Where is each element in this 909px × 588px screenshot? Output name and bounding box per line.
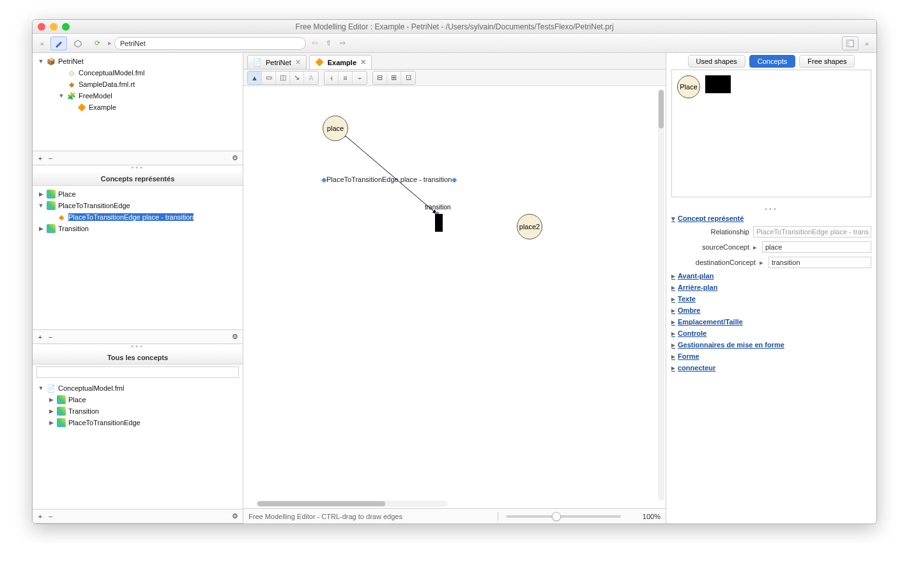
chevron-right-icon[interactable]: ▸ <box>671 306 675 315</box>
align-right-button[interactable]: ⫟ <box>353 72 367 84</box>
add-button[interactable]: + <box>35 155 45 162</box>
close-tab-icon[interactable]: ✕ <box>295 58 301 66</box>
minimize-window-button[interactable] <box>50 23 57 31</box>
align-left-button[interactable]: ⫞ <box>325 72 339 84</box>
section-forme[interactable]: ▸Forme <box>671 351 871 362</box>
add-button[interactable]: + <box>35 333 45 341</box>
section-concept-represente[interactable]: ▾Concept représenté <box>671 213 871 224</box>
pointer-tool-button[interactable]: ▲ <box>248 72 262 84</box>
concept-model-root[interactable]: ▼📄ConceptualModel.fml <box>35 382 240 394</box>
tab-petrinet[interactable]: 📄 PetriNet ✕ <box>247 55 307 69</box>
edit-tool-icon[interactable] <box>50 36 67 50</box>
tree-row[interactable]: ◆SampleData.fml.rt <box>35 79 240 90</box>
palette-body[interactable]: Place <box>671 70 871 197</box>
nav-up-button[interactable]: ⇧ <box>323 38 334 49</box>
chevron-right-icon[interactable]: ▸ <box>671 341 675 349</box>
palette-item-place[interactable]: Place <box>677 75 700 98</box>
remove-button[interactable]: − <box>45 333 56 341</box>
marquee-tool-button[interactable]: ◫ <box>276 72 290 84</box>
concepts-search-input[interactable] <box>36 366 239 378</box>
box-tool-icon[interactable] <box>70 36 86 50</box>
chevron-right-icon[interactable]: ▸ <box>671 295 675 303</box>
chevron-right-icon[interactable]: ▸ <box>671 329 675 338</box>
node-place[interactable]: place <box>323 116 348 141</box>
add-button[interactable]: + <box>35 513 45 520</box>
panel-grip[interactable]: ••• <box>33 165 243 172</box>
concept-row[interactable]: ▶PlaceToTransitionEdge <box>35 417 240 428</box>
scrollbar-thumb[interactable] <box>257 501 385 506</box>
tree-row-project[interactable]: ▼ 📦 PetriNet <box>35 56 240 67</box>
refresh-icon[interactable]: ⟳ <box>89 36 105 50</box>
canvas-viewport[interactable]: place transition place2 ◆PlaceToTransiti… <box>243 86 666 508</box>
horizontal-scrollbar[interactable] <box>256 501 448 507</box>
concept-row-edge-instance[interactable]: PlaceToTransitionEdge place - transition <box>35 211 240 223</box>
breadcrumb-field[interactable]: PetriNet <box>114 37 306 50</box>
gear-icon[interactable]: ⚙ <box>230 512 240 520</box>
connector-tool-button[interactable]: ↘ <box>290 72 304 84</box>
remove-button[interactable]: − <box>45 513 56 520</box>
expand-right-button[interactable]: » <box>861 38 873 49</box>
palette-item-transition[interactable] <box>705 75 731 93</box>
properties-grip[interactable]: ••• <box>666 205 876 211</box>
concept-row[interactable]: ▶Transition <box>35 405 240 417</box>
slider-knob[interactable] <box>552 512 561 521</box>
gear-icon[interactable]: ⚙ <box>230 154 240 162</box>
gear-icon[interactable]: ⚙ <box>230 333 240 341</box>
close-window-button[interactable] <box>38 23 45 31</box>
project-tree-body[interactable]: ▼ 📦 PetriNet ◇ConceptualModel.fml ◆Sampl… <box>33 53 243 151</box>
destination-concept-field[interactable]: transition <box>768 257 871 268</box>
chevron-right-icon[interactable]: ▶ <box>48 408 54 414</box>
concept-row-place[interactable]: ▶Place <box>35 188 240 200</box>
tree-row[interactable]: ◇ConceptualModel.fml <box>35 67 240 79</box>
represented-concepts-body[interactable]: ▶Place ▼PlaceToTransitionEdge PlaceToTra… <box>33 186 243 330</box>
concept-row-edge[interactable]: ▼PlaceToTransitionEdge <box>35 200 240 211</box>
section-ombre[interactable]: ▸Ombre <box>671 305 871 316</box>
chevron-right-icon[interactable]: ▸ <box>671 272 675 280</box>
chevron-right-icon[interactable]: ▸ <box>671 283 675 292</box>
palette-tab-concepts[interactable]: Concepts <box>749 55 795 68</box>
zoom-slider[interactable] <box>506 515 621 518</box>
vertical-scrollbar[interactable] <box>658 89 664 501</box>
all-concepts-body[interactable]: ▼📄ConceptualModel.fml ▶Place ▶Transition… <box>33 380 243 509</box>
relationship-field[interactable]: PlaceToTransitionEdge place - trans <box>753 226 871 237</box>
section-texte[interactable]: ▸Texte <box>671 293 871 305</box>
chevron-right-icon[interactable]: ▸ <box>671 364 675 372</box>
distribute-center-button[interactable]: ⊞ <box>387 72 401 84</box>
palette-tab-free[interactable]: Free shapes <box>799 55 855 68</box>
palette-tab-used[interactable]: Used shapes <box>688 55 745 68</box>
perspective-icon[interactable] <box>842 36 859 50</box>
collapse-sidebar-button[interactable]: « <box>36 38 48 49</box>
section-controle[interactable]: ▸Controle <box>671 328 871 339</box>
chevron-right-icon[interactable]: ▸ <box>671 318 675 326</box>
panel-grip[interactable]: ••• <box>33 344 243 351</box>
remove-button[interactable]: − <box>45 155 56 162</box>
rect-select-tool-button[interactable]: ▭ <box>262 72 276 84</box>
chevron-right-icon[interactable]: ▶ <box>38 225 44 232</box>
distribute-h-button[interactable]: ⊟ <box>373 72 387 84</box>
diagram-canvas[interactable]: place transition place2 ◆PlaceToTransiti… <box>243 86 666 508</box>
chevron-down-icon[interactable]: ▼ <box>38 385 44 391</box>
chevron-down-icon[interactable]: ▾ <box>671 215 675 223</box>
section-connecteur[interactable]: ▸connecteur <box>671 362 871 373</box>
node-transition[interactable] <box>435 214 443 232</box>
nav-back-button[interactable]: ⇦ <box>309 38 320 49</box>
tab-example[interactable]: 🔶 Example ✕ <box>309 55 372 69</box>
distribute-v-button[interactable]: ⊡ <box>401 72 415 84</box>
chevron-right-icon[interactable]: ▶ <box>48 419 54 426</box>
concept-row[interactable]: ▶Place <box>35 394 240 405</box>
section-arriere-plan[interactable]: ▸Arrière-plan <box>671 282 871 293</box>
section-mise-en-forme[interactable]: ▸Gestionnaires de mise en forme <box>671 339 871 351</box>
chevron-down-icon[interactable]: ▼ <box>38 202 44 209</box>
node-place2[interactable]: place2 <box>517 214 542 239</box>
chevron-right-icon[interactable]: ▸ <box>671 352 675 361</box>
section-emplacement[interactable]: ▸Emplacement/Taille <box>671 316 871 328</box>
source-concept-field[interactable]: place <box>762 241 871 253</box>
concept-row-transition[interactable]: ▶Transition <box>35 223 240 234</box>
edge-label[interactable]: ◆PlaceToTransitionEdge place - transitio… <box>321 176 457 184</box>
scrollbar-thumb[interactable] <box>659 90 664 128</box>
chevron-right-icon[interactable]: ▶ <box>38 191 44 197</box>
chevron-right-icon[interactable]: ▶ <box>48 396 54 403</box>
tree-row-example[interactable]: 🔶Example <box>35 102 240 113</box>
chevron-right-icon[interactable]: ▸ <box>760 259 765 267</box>
text-tool-button[interactable]: A <box>304 72 318 84</box>
